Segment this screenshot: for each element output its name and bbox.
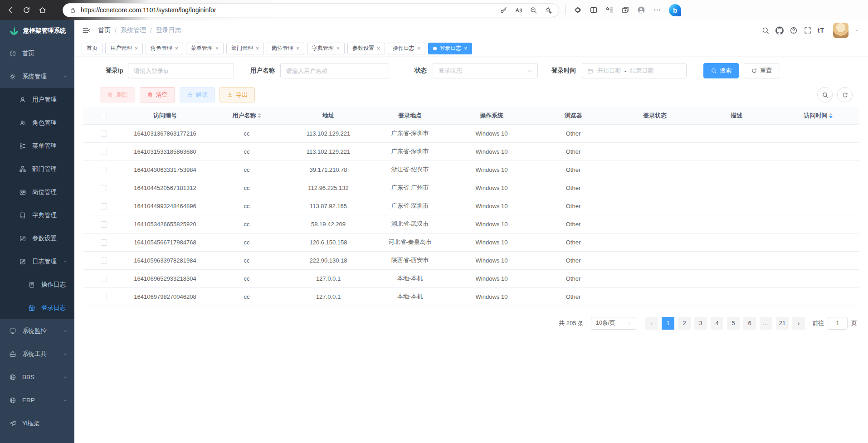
row-checkbox[interactable] — [101, 131, 107, 137]
caret-down-icon[interactable] — [854, 28, 860, 33]
page-button[interactable]: 3 — [694, 317, 707, 330]
sidebar-item[interactable]: Yi框架 — [0, 412, 74, 435]
page-button[interactable]: 21 — [776, 317, 789, 330]
sidebar-item[interactable]: 参数设置 — [0, 227, 74, 250]
view-tab[interactable]: 参数设置 × — [347, 43, 385, 54]
sidebar-item[interactable]: 用户管理 — [0, 88, 74, 111]
profile-icon[interactable] — [637, 6, 645, 14]
row-checkbox[interactable] — [101, 276, 107, 282]
tab-close-icon[interactable]: × — [417, 46, 420, 51]
search-icon[interactable] — [761, 26, 770, 34]
reset-button[interactable]: 重置 — [744, 63, 779, 78]
favorites-bar-icon[interactable] — [605, 6, 614, 14]
tab-close-icon[interactable]: × — [215, 46, 219, 51]
next-page-button[interactable]: › — [792, 317, 805, 330]
search-button[interactable]: 搜索 — [703, 63, 739, 78]
sort-carets-icon[interactable] — [829, 113, 833, 118]
sidebar-item[interactable]: ERP — [0, 389, 74, 412]
page-size-select[interactable]: 10条/页 — [591, 317, 636, 330]
goto-page-input[interactable] — [828, 317, 848, 330]
view-tab[interactable]: 操作日志 × — [388, 43, 425, 54]
page-button[interactable]: ... — [760, 317, 772, 330]
tab-close-icon[interactable]: × — [175, 46, 178, 51]
row-checkbox[interactable] — [101, 149, 107, 155]
row-checkbox[interactable] — [101, 294, 107, 300]
column-header[interactable]: 访问时间 — [777, 107, 859, 124]
address-bar[interactable]: https://ccnetcore.com:1101/system/log/lo… — [63, 3, 559, 17]
hamburger-fold-icon[interactable] — [82, 26, 91, 35]
date-range-picker[interactable]: 开始日期 - 结束日期 — [582, 63, 687, 78]
breadcrumb-home[interactable]: 首页 — [98, 26, 111, 34]
row-checkbox[interactable] — [101, 167, 107, 173]
fullscreen-icon[interactable] — [804, 26, 812, 34]
sidebar-item[interactable]: 系统监控 — [0, 319, 74, 342]
select-all-checkbox[interactable] — [101, 113, 107, 119]
page-button[interactable]: 6 — [743, 317, 756, 330]
page-button[interactable]: 5 — [727, 317, 740, 330]
font-size-icon[interactable]: tT — [818, 27, 824, 34]
github-icon[interactable] — [775, 26, 784, 34]
back-icon[interactable] — [6, 6, 15, 15]
sidebar-item[interactable]: BBS — [0, 365, 74, 389]
collections-icon[interactable] — [621, 6, 629, 14]
sidebar-item[interactable]: 登录日志 — [0, 296, 74, 319]
star-plus-icon[interactable] — [545, 6, 552, 14]
key-icon[interactable] — [500, 6, 507, 14]
sidebar-item[interactable]: 首页 — [0, 42, 74, 65]
view-tab[interactable]: 首页 — [82, 43, 102, 54]
prev-page-button[interactable]: ‹ — [645, 317, 658, 330]
refresh-icon[interactable] — [22, 6, 31, 15]
view-tab[interactable]: 岗位管理 × — [267, 43, 304, 54]
page-button[interactable]: 2 — [678, 317, 691, 330]
sidebar-item[interactable]: 字典管理 — [0, 204, 74, 227]
sidebar-item[interactable]: 系统管理 — [0, 65, 74, 88]
tab-close-icon[interactable]: × — [135, 46, 138, 51]
tab-close-icon[interactable]: × — [256, 46, 259, 51]
row-checkbox[interactable] — [101, 258, 107, 264]
bing-chat-icon[interactable]: b — [669, 4, 681, 16]
breadcrumb-system[interactable]: 系统管理 — [121, 26, 146, 34]
action-button[interactable]: 解锁 — [180, 87, 215, 102]
view-tab[interactable]: 字典管理 × — [307, 43, 345, 54]
action-button[interactable]: 删除 — [100, 87, 135, 102]
view-tab[interactable]: 部门管理 × — [226, 43, 264, 54]
sidebar-item[interactable]: 操作日志 — [0, 273, 74, 296]
page-button[interactable]: 4 — [711, 317, 723, 330]
refresh-table-button[interactable] — [837, 87, 853, 102]
sort-carets-icon[interactable] — [258, 113, 261, 118]
sidebar-item[interactable]: 菜单管理 — [0, 134, 74, 157]
column-header[interactable]: 用户名称 — [206, 107, 288, 124]
action-button[interactable]: 导出 — [219, 87, 255, 102]
row-checkbox[interactable] — [101, 221, 107, 228]
row-checkbox[interactable] — [101, 185, 107, 191]
tab-close-icon[interactable]: × — [336, 46, 340, 51]
split-screen-icon[interactable] — [590, 6, 598, 14]
row-checkbox[interactable] — [101, 203, 107, 209]
home-icon[interactable] — [38, 6, 47, 15]
tab-close-icon[interactable]: × — [296, 46, 299, 51]
url-text[interactable]: https://ccnetcore.com:1101/system/log/lo… — [81, 6, 495, 14]
view-tab[interactable]: 菜单管理 × — [186, 43, 224, 54]
show-search-button[interactable] — [817, 87, 833, 102]
status-select[interactable]: 登录状态 — [433, 63, 538, 78]
avatar[interactable] — [833, 23, 848, 38]
view-tab[interactable]: 用户管理 × — [105, 43, 143, 54]
username-input[interactable] — [280, 63, 389, 78]
view-tab[interactable]: 角色管理 × — [146, 43, 183, 54]
row-checkbox[interactable] — [101, 239, 107, 246]
extensions-icon[interactable] — [574, 6, 582, 14]
read-aloud-icon[interactable] — [515, 6, 522, 14]
tab-close-icon[interactable]: × — [377, 46, 380, 51]
tab-close-icon[interactable]: × — [464, 46, 467, 51]
login-ip-input[interactable] — [128, 63, 234, 78]
sidebar-item[interactable]: 日志管理 — [0, 250, 74, 273]
sidebar-item[interactable]: 角色管理 — [0, 111, 74, 134]
sidebar-item[interactable]: 岗位管理 — [0, 180, 74, 204]
sidebar-item[interactable]: 系统工具 — [0, 342, 74, 365]
sidebar-item[interactable]: 部门管理 — [0, 157, 74, 180]
page-button[interactable]: 1 — [662, 317, 674, 330]
action-button[interactable]: 清空 — [140, 87, 175, 102]
view-tab[interactable]: 登录日志 × — [428, 43, 472, 54]
more-icon[interactable] — [653, 6, 661, 14]
question-icon[interactable] — [790, 26, 798, 34]
